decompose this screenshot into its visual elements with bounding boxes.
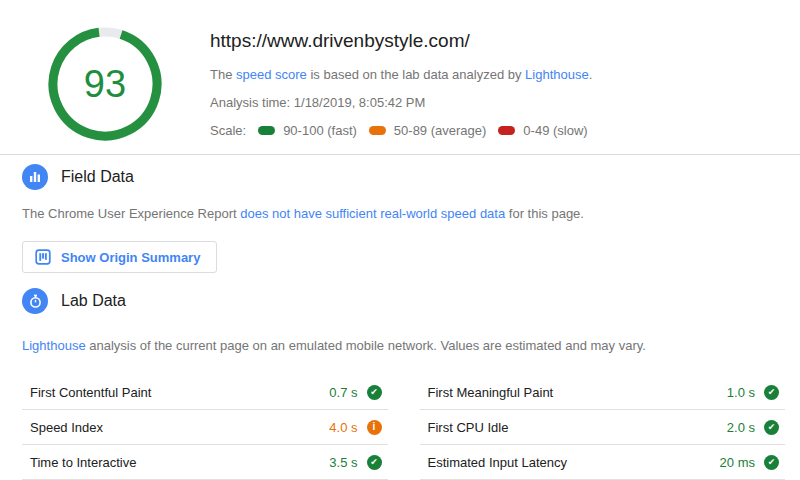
lab-data-description: Lighthouse analysis of the current page … bbox=[22, 338, 778, 353]
origin-summary-icon bbox=[35, 249, 51, 265]
scale-legend: Scale: 90-100 (fast) 50-89 (average) 0-4… bbox=[210, 123, 592, 138]
bar-chart-icon bbox=[22, 164, 48, 190]
fast-pill-icon bbox=[258, 126, 275, 135]
show-origin-summary-button[interactable]: Show Origin Summary bbox=[22, 241, 217, 273]
analysis-time: Analysis time: 1/18/2019, 8:05:42 PM bbox=[210, 95, 592, 110]
metric-value: 20 ms bbox=[720, 455, 755, 470]
metric-row-first-meaningful-paint: First Meaningful Paint 1.0 s ✔ bbox=[420, 375, 786, 410]
metric-value: 1.0 s bbox=[727, 385, 755, 400]
slow-pill-icon bbox=[498, 126, 515, 135]
speed-score-gauge: 93 bbox=[47, 26, 163, 142]
metric-value: 2.0 s bbox=[727, 420, 755, 435]
scale-label: Scale: bbox=[210, 123, 246, 138]
pass-check-icon: ✔ bbox=[367, 455, 382, 470]
metric-value: 0.7 s bbox=[329, 385, 357, 400]
lab-metrics-table: First Contentful Paint 0.7 s ✔ First Mea… bbox=[22, 375, 785, 480]
metric-value: 3.5 s bbox=[329, 455, 357, 470]
report-header: 93 https://www.drivenbystyle.com/ The sp… bbox=[0, 0, 800, 155]
field-data-description: The Chrome User Experience Report does n… bbox=[22, 206, 778, 221]
average-pill-icon bbox=[369, 126, 386, 135]
lighthouse-link-2[interactable]: Lighthouse bbox=[22, 338, 86, 353]
speed-score-link[interactable]: speed score bbox=[236, 67, 307, 82]
lab-data-title: Lab Data bbox=[61, 292, 126, 310]
metric-row-estimated-input-latency: Estimated Input Latency 20 ms ✔ bbox=[420, 445, 786, 480]
speed-score-sentence: The speed score is based on the lab data… bbox=[210, 67, 592, 82]
metric-row-time-to-interactive: Time to Interactive 3.5 s ✔ bbox=[22, 445, 388, 480]
lab-data-section: Lab Data Lighthouse analysis of the curr… bbox=[0, 288, 800, 353]
metric-value: 4.0 s bbox=[329, 420, 357, 435]
score-value: 93 bbox=[84, 63, 126, 105]
pass-check-icon: ✔ bbox=[367, 385, 382, 400]
scale-item-fast: 90-100 (fast) bbox=[258, 123, 357, 138]
score-ring: 93 bbox=[47, 26, 163, 142]
metric-label: First Contentful Paint bbox=[30, 385, 151, 400]
scale-item-slow: 0-49 (slow) bbox=[498, 123, 587, 138]
pass-check-icon: ✔ bbox=[764, 420, 779, 435]
pass-check-icon: ✔ bbox=[764, 385, 779, 400]
field-data-section: Field Data The Chrome User Experience Re… bbox=[0, 164, 800, 273]
metric-label: First CPU Idle bbox=[428, 420, 509, 435]
page-url: https://www.drivenbystyle.com/ bbox=[210, 30, 592, 52]
scale-item-average: 50-89 (average) bbox=[369, 123, 487, 138]
metric-label: Estimated Input Latency bbox=[428, 455, 567, 470]
field-data-title: Field Data bbox=[61, 168, 134, 186]
metric-row-speed-index: Speed Index 4.0 s i bbox=[22, 410, 388, 445]
metric-row-first-cpu-idle: First CPU Idle 2.0 s ✔ bbox=[420, 410, 786, 445]
insufficient-data-link[interactable]: does not have sufficient real-world spee… bbox=[240, 206, 505, 221]
pass-check-icon: ✔ bbox=[764, 455, 779, 470]
metric-label: First Meaningful Paint bbox=[428, 385, 554, 400]
lighthouse-link[interactable]: Lighthouse bbox=[525, 67, 589, 82]
info-icon: i bbox=[367, 420, 382, 435]
metric-label: Time to Interactive bbox=[30, 455, 136, 470]
metric-row-first-contentful-paint: First Contentful Paint 0.7 s ✔ bbox=[22, 375, 388, 410]
stopwatch-icon bbox=[22, 288, 48, 314]
metric-label: Speed Index bbox=[30, 420, 103, 435]
